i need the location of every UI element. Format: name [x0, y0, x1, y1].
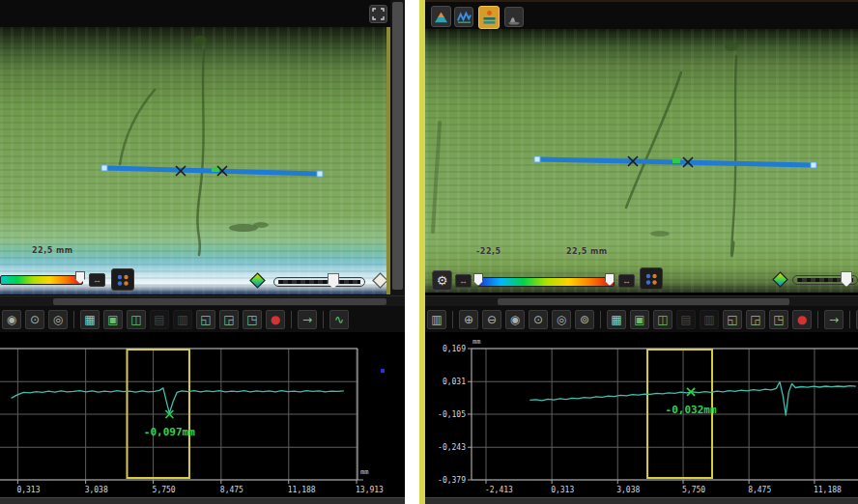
- grayscale-peak-icon: [506, 10, 522, 25]
- zoom-pan-button[interactable]: ◉: [2, 310, 21, 329]
- horizontal-scrollbar-thumb[interactable]: [498, 298, 789, 305]
- export-report-button[interactable]: →: [824, 310, 844, 329]
- region-grow-icon: ◲: [750, 313, 760, 326]
- frame-view-icon: ◫: [130, 313, 141, 326]
- svg-text:5,750: 5,750: [153, 486, 176, 494]
- layer-b-button[interactable]: ▥: [700, 310, 719, 329]
- palette-sync-button[interactable]: [640, 267, 663, 290]
- frame-view-button[interactable]: ◫: [127, 310, 146, 329]
- right-profile-chart[interactable]: -2,4130,3133,0385,7508,47511,1880,1690,0…: [425, 335, 858, 497]
- left-surface-view[interactable]: 22,5 mm ↔: [0, 27, 386, 294]
- x-unit-label: mm: [360, 468, 368, 476]
- grayscale-peak-view-button[interactable]: [504, 7, 524, 27]
- svg-text:-2,413: -2,413: [485, 486, 513, 494]
- svg-text:11,188: 11,188: [288, 486, 316, 494]
- settings-button[interactable]: ⚙: [432, 270, 452, 291]
- svg-text:3,038: 3,038: [85, 486, 108, 494]
- layers-view-button[interactable]: [478, 6, 500, 29]
- line-endpoint-left[interactable]: [534, 156, 540, 162]
- range-fit-button[interactable]: ↔: [618, 274, 635, 288]
- sync-dots-icon: [115, 272, 130, 288]
- chart-grid: [0, 349, 358, 480]
- svg-text:-0,379: -0,379: [438, 476, 466, 485]
- profile-tool-button[interactable]: ∿: [329, 310, 349, 329]
- region-grow-button[interactable]: ◲: [746, 310, 765, 329]
- zoom-prev-button[interactable]: ◎: [48, 310, 68, 329]
- zoom-sel-button[interactable]: ⊙: [529, 310, 548, 329]
- right-surface-view[interactable]: ⚙ ↔ -22,5 22,5 mm ↔: [425, 29, 858, 293]
- zoom-pan-icon: ◉: [7, 313, 16, 326]
- zoom-prev-icon: ◎: [53, 313, 63, 326]
- depth-value-label: -0,032mm: [666, 404, 717, 416]
- vertical-scrollbar[interactable]: [390, 0, 405, 295]
- region-shrink-icon: ◳: [246, 313, 257, 326]
- left-panel-titlebar: [0, 0, 405, 27]
- export-report-button[interactable]: →: [298, 310, 317, 329]
- section-position-slider[interactable]: [273, 277, 365, 287]
- region-grow-button[interactable]: ◲: [219, 310, 239, 329]
- zoom-1-1-button[interactable]: ⊙: [25, 310, 44, 329]
- height-map-icon: [433, 9, 449, 25]
- palette-diamond-icon[interactable]: [249, 272, 266, 289]
- zoom-1-1-button[interactable]: ◎: [552, 310, 571, 329]
- range-auto-button[interactable]: ↔: [455, 274, 472, 288]
- sync-dots-icon: [644, 271, 659, 287]
- region-shrink-button[interactable]: ◳: [243, 310, 262, 329]
- region-select-button[interactable]: ◱: [196, 310, 215, 329]
- palette-sync-button[interactable]: [111, 268, 134, 291]
- right-status-strip: [425, 497, 858, 504]
- cursor-dot: [381, 369, 385, 373]
- right-chart-area: -2,4130,3133,0385,7508,47511,1880,1690,0…: [425, 335, 858, 497]
- line-endpoint-right[interactable]: [811, 162, 816, 168]
- toolbar-separator: [452, 311, 453, 328]
- fullscreen-button[interactable]: [369, 5, 387, 23]
- region-shrink-icon: ◳: [773, 313, 784, 326]
- vertical-scrollbar-thumb[interactable]: [392, 2, 403, 290]
- surface-defects: [120, 36, 269, 255]
- color-scale-bar[interactable]: [477, 277, 615, 287]
- region-select-icon: ◱: [200, 313, 211, 326]
- svg-text:-0,243: -0,243: [438, 443, 466, 452]
- zoom-fit-button[interactable]: ◉: [505, 310, 525, 329]
- palette-diamond-icon[interactable]: [772, 271, 788, 288]
- toolbar-separator: [291, 311, 292, 328]
- grid-view-button[interactable]: ▦: [80, 310, 100, 329]
- region-select-button[interactable]: ◱: [723, 310, 742, 329]
- grid-view-icon: ▦: [611, 313, 621, 326]
- zoom-in-button[interactable]: ⊕: [459, 310, 478, 329]
- snapshot-view-button[interactable]: ▣: [630, 310, 649, 329]
- layer-b-icon: ▥: [703, 313, 714, 326]
- zoom-prev-button[interactable]: ⊚: [575, 310, 594, 329]
- line-endpoint-right[interactable]: [317, 171, 323, 177]
- frame-view-button[interactable]: ◫: [653, 310, 672, 329]
- marker-diamond-icon[interactable]: [372, 272, 386, 289]
- color-scale-bar[interactable]: [0, 275, 83, 285]
- line-center-handle[interactable]: [672, 158, 680, 163]
- region-shrink-button[interactable]: ◳: [769, 310, 788, 329]
- record-button[interactable]: ●: [792, 310, 812, 329]
- range-fit-button[interactable]: ↔: [89, 273, 105, 287]
- zoom-out-button[interactable]: ⊖: [482, 310, 501, 329]
- layer-a-button[interactable]: ▤: [676, 310, 696, 329]
- layer-a-icon: ▤: [154, 313, 164, 326]
- grid-view-button[interactable]: ▦: [607, 310, 626, 329]
- y-axis-ticks: 0,1690,031-0,105-0,243-0,379: [438, 345, 472, 485]
- fullscreen-icon: [372, 8, 385, 20]
- horizontal-scrollbar-thumb[interactable]: [53, 298, 386, 305]
- line-endpoint-left[interactable]: [101, 165, 107, 171]
- profile-wave-view-button[interactable]: [454, 7, 473, 27]
- left-profile-chart[interactable]: 0,3133,0385,7508,47511,18813,913mm-0,097…: [0, 335, 405, 497]
- record-button[interactable]: ●: [266, 310, 285, 329]
- layer-a-button[interactable]: ▤: [150, 310, 169, 329]
- left-viewer-panel: 22,5 mm ↔: [0, 0, 405, 504]
- height-map-view-button[interactable]: [431, 6, 451, 27]
- left-status-strip: [0, 497, 405, 504]
- svg-text:-0,105: -0,105: [438, 410, 466, 419]
- measurement-line[interactable]: [101, 165, 323, 177]
- snapshot-view-button[interactable]: ▣: [103, 310, 123, 329]
- measurement-line[interactable]: [534, 156, 816, 168]
- layout-windows-button[interactable]: ▥: [427, 310, 446, 329]
- record-icon: ●: [271, 313, 280, 326]
- layer-b-button[interactable]: ▥: [173, 310, 192, 329]
- svg-text:0,031: 0,031: [443, 378, 466, 386]
